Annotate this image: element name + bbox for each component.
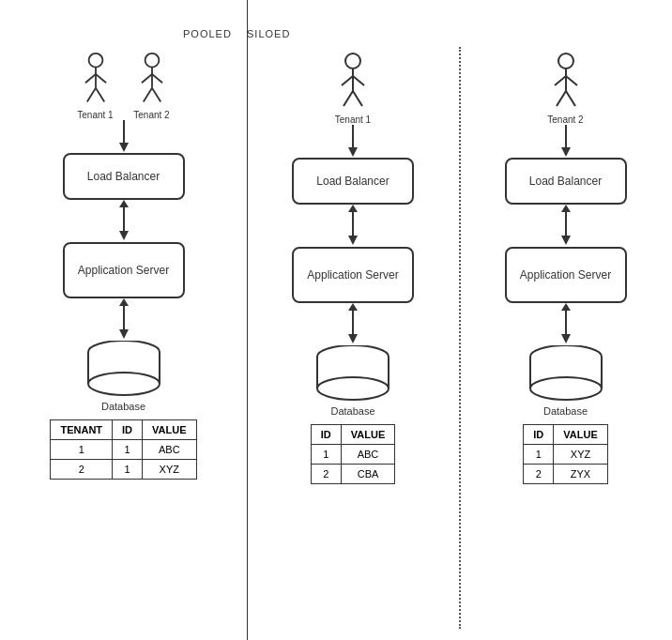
svg-marker-36: [348, 303, 358, 311]
pooled-db-label: Database: [101, 401, 145, 412]
svg-line-29: [344, 91, 353, 106]
svg-line-47: [566, 76, 577, 85]
svg-line-9: [152, 74, 162, 83]
svg-line-27: [342, 76, 353, 85]
siloed-left-db-icon: [311, 345, 395, 402]
siloed-left-arrow2: [344, 205, 362, 247]
table-row: 1ABC: [311, 445, 394, 465]
pooled-table: TENANT ID VALUE 11ABC21XYZ: [50, 419, 196, 480]
tenant1-icon: [77, 52, 115, 108]
siloed-right-load-balancer: Load Balancer: [505, 158, 627, 205]
svg-line-2: [84, 74, 95, 83]
siloed-right-arrow1: [557, 125, 575, 158]
svg-line-4: [86, 88, 95, 102]
pooled-arrow2: [115, 200, 133, 242]
pooled-db-icon: [82, 341, 166, 397]
tenant2-figure: Tenant 2: [133, 52, 171, 120]
pooled-arrow3: [115, 298, 133, 341]
tenant1-label: Tenant 1: [77, 110, 113, 120]
svg-marker-38: [348, 334, 358, 343]
siloed-right-arrow3: [557, 303, 575, 345]
svg-marker-55: [561, 303, 571, 311]
svg-point-43: [317, 377, 389, 400]
siloed-left-load-balancer: Load Balancer: [292, 158, 414, 205]
svg-marker-52: [561, 205, 571, 212]
svg-point-0: [88, 53, 102, 68]
table-row: 11ABC: [51, 440, 196, 460]
table-row: 1XYZ: [524, 445, 607, 465]
svg-point-24: [88, 373, 160, 395]
svg-line-49: [566, 91, 575, 106]
siloed-left-arrow3: [344, 303, 362, 345]
siloed-right-col-id: ID: [524, 425, 554, 445]
siloed-left-database: Database: [311, 345, 395, 417]
svg-marker-32: [348, 147, 358, 157]
siloed-right-arrow2: [557, 205, 575, 247]
svg-line-48: [557, 91, 566, 106]
pooled-col-tenant: TENANT: [51, 420, 113, 440]
siloed-left-db-label: Database: [330, 405, 374, 417]
svg-marker-35: [348, 236, 358, 245]
pooled-column: Tenant 1 Tenant 2: [0, 0, 247, 480]
svg-line-3: [96, 74, 106, 83]
pooled-col-value: VALUE: [143, 420, 196, 440]
svg-marker-51: [561, 147, 571, 157]
diagram-container: POOLED SILOED Tenant 1: [0, 0, 672, 640]
siloed-left-table: ID VALUE 1ABC2CBA: [311, 424, 395, 484]
svg-point-6: [145, 53, 159, 68]
svg-line-28: [353, 76, 364, 85]
svg-marker-13: [119, 143, 129, 152]
siloed-left-col-value: VALUE: [341, 425, 394, 445]
siloed-right-db-label: Database: [543, 405, 588, 417]
siloed-left-column: Tenant 1 Load Balancer Application Serve…: [247, 0, 459, 484]
siloed-left-app-server: Application Server: [292, 247, 414, 303]
svg-line-10: [143, 88, 151, 102]
svg-line-5: [96, 88, 104, 102]
svg-point-44: [558, 53, 573, 69]
tenant2-label: Tenant 2: [133, 110, 169, 120]
siloed-right-tenant-label: Tenant 2: [547, 114, 583, 125]
siloed-right-figure: Tenant 2: [547, 52, 585, 125]
svg-marker-57: [561, 334, 571, 343]
svg-line-46: [555, 76, 566, 85]
table-row: 2CBA: [311, 465, 394, 484]
table-row: 21XYZ: [51, 460, 196, 480]
siloed-right-col-value: VALUE: [554, 425, 607, 445]
svg-marker-16: [119, 231, 129, 240]
svg-marker-17: [119, 298, 129, 306]
siloed-right-column: Tenant 2 Load Balancer Application Serve…: [459, 0, 672, 484]
siloed-right-database: Database: [524, 345, 608, 417]
siloed-left-col-id: ID: [311, 425, 341, 445]
siloed-left-figure: Tenant 1: [334, 52, 372, 125]
siloed-right-table: ID VALUE 1XYZ2ZYX: [523, 424, 607, 484]
pooled-arrow1: [115, 120, 133, 153]
pooled-load-balancer: Load Balancer: [63, 153, 185, 200]
svg-point-25: [345, 53, 360, 69]
svg-line-11: [152, 88, 160, 102]
tenant1-figure: Tenant 1: [77, 52, 115, 120]
siloed-right-app-server: Application Server: [505, 247, 627, 303]
svg-line-30: [353, 91, 362, 106]
svg-marker-54: [561, 236, 571, 245]
svg-marker-14: [119, 200, 129, 207]
table-row: 2ZYX: [524, 465, 607, 484]
svg-marker-19: [119, 329, 129, 339]
svg-point-62: [530, 377, 602, 400]
svg-marker-33: [348, 205, 358, 212]
pooled-col-id: ID: [113, 420, 143, 440]
pooled-database: Database: [82, 341, 166, 412]
siloed-left-arrow1: [344, 125, 362, 158]
siloed-right-db-icon: [524, 345, 608, 402]
siloed-left-tenant-label: Tenant 1: [335, 114, 371, 125]
tenant2-icon: [133, 52, 171, 108]
pooled-figures: Tenant 1 Tenant 2: [77, 52, 171, 120]
pooled-app-server: Application Server: [63, 242, 185, 298]
siloed-left-tenant-icon: [334, 52, 372, 113]
svg-line-8: [141, 74, 151, 83]
siloed-right-tenant-icon: [547, 52, 585, 113]
